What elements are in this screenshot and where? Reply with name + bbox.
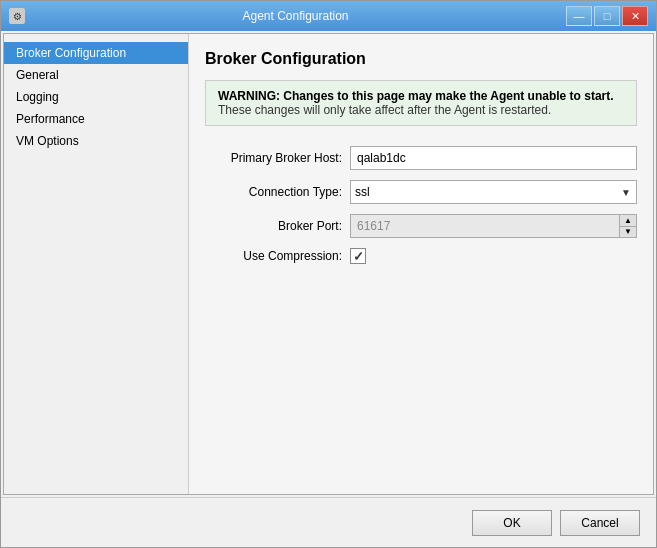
broker-port-control: ▲ ▼: [350, 214, 637, 238]
sidebar-item-performance[interactable]: Performance: [4, 108, 188, 130]
page-title: Broker Configuration: [205, 50, 637, 68]
primary-broker-host-row: Primary Broker Host:: [205, 146, 637, 170]
title-bar: ⚙ Agent Configuration — □ ✕: [1, 1, 656, 31]
close-button[interactable]: ✕: [622, 6, 648, 26]
connection-type-select[interactable]: ssl tcp udp: [350, 180, 637, 204]
main-content: Broker Configuration WARNING: Changes to…: [189, 34, 653, 494]
broker-port-spinner: ▲ ▼: [619, 214, 637, 238]
broker-port-label: Broker Port:: [205, 219, 350, 233]
maximize-button[interactable]: □: [594, 6, 620, 26]
window-icon: ⚙: [9, 8, 25, 24]
connection-type-select-wrapper: ssl tcp udp: [350, 180, 637, 204]
sidebar-item-broker-configuration[interactable]: Broker Configuration: [4, 42, 188, 64]
minimize-button[interactable]: —: [566, 6, 592, 26]
form-area: Primary Broker Host: Connection Type: ss…: [205, 142, 637, 278]
sidebar: Broker Configuration General Logging Per…: [4, 34, 189, 494]
ok-button[interactable]: OK: [472, 510, 552, 536]
connection-type-label: Connection Type:: [205, 185, 350, 199]
sidebar-item-general[interactable]: General: [4, 64, 188, 86]
primary-broker-host-control: [350, 146, 637, 170]
primary-broker-host-input[interactable]: [350, 146, 637, 170]
broker-port-input: [350, 214, 619, 238]
use-compression-row: Use Compression: ✓: [205, 248, 637, 264]
warning-bold-text: WARNING: Changes to this page may make t…: [218, 89, 624, 103]
broker-port-increment[interactable]: ▲: [620, 215, 636, 227]
use-compression-control: ✓: [350, 248, 637, 264]
cancel-button[interactable]: Cancel: [560, 510, 640, 536]
title-bar-buttons: — □ ✕: [566, 6, 648, 26]
warning-box: WARNING: Changes to this page may make t…: [205, 80, 637, 126]
footer: OK Cancel: [1, 497, 656, 547]
checkmark-icon: ✓: [353, 250, 364, 263]
agent-configuration-window: ⚙ Agent Configuration — □ ✕ Broker Confi…: [0, 0, 657, 548]
sidebar-item-vm-options[interactable]: VM Options: [4, 130, 188, 152]
broker-port-row: Broker Port: ▲ ▼: [205, 214, 637, 238]
sidebar-item-logging[interactable]: Logging: [4, 86, 188, 108]
primary-broker-host-label: Primary Broker Host:: [205, 151, 350, 165]
use-compression-label: Use Compression:: [205, 249, 350, 263]
window-title: Agent Configuration: [25, 9, 566, 23]
connection-type-row: Connection Type: ssl tcp udp: [205, 180, 637, 204]
warning-normal-text: These changes will only take affect afte…: [218, 103, 624, 117]
window-body: Broker Configuration General Logging Per…: [3, 33, 654, 495]
use-compression-checkbox[interactable]: ✓: [350, 248, 366, 264]
broker-port-decrement[interactable]: ▼: [620, 227, 636, 238]
